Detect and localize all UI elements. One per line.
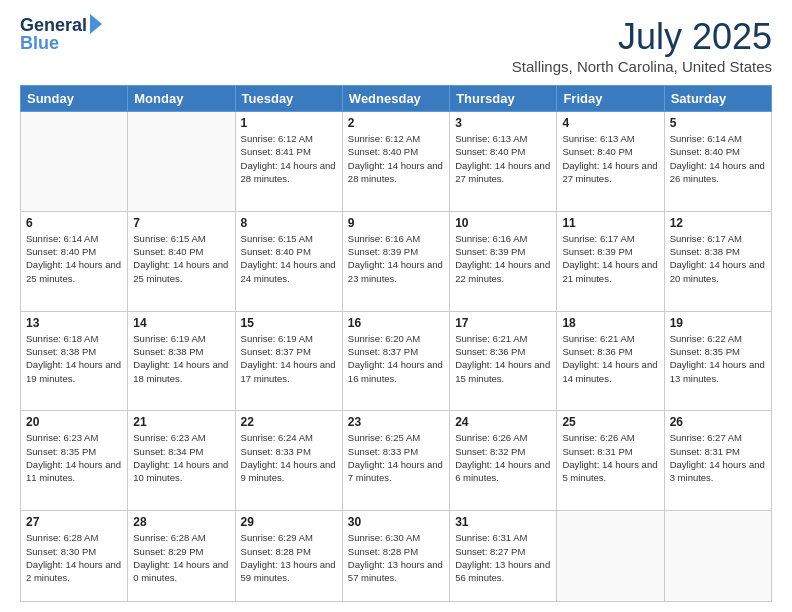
weekday-header-saturday: Saturday — [664, 86, 771, 112]
calendar-cell: 29Sunrise: 6:29 AM Sunset: 8:28 PM Dayli… — [235, 511, 342, 602]
calendar-cell: 28Sunrise: 6:28 AM Sunset: 8:29 PM Dayli… — [128, 511, 235, 602]
day-number: 20 — [26, 415, 122, 429]
calendar-cell: 5Sunrise: 6:14 AM Sunset: 8:40 PM Daylig… — [664, 112, 771, 212]
calendar-cell: 3Sunrise: 6:13 AM Sunset: 8:40 PM Daylig… — [450, 112, 557, 212]
logo-triangle-icon — [90, 14, 102, 34]
calendar-cell: 20Sunrise: 6:23 AM Sunset: 8:35 PM Dayli… — [21, 411, 128, 511]
calendar-cell: 27Sunrise: 6:28 AM Sunset: 8:30 PM Dayli… — [21, 511, 128, 602]
calendar-cell — [664, 511, 771, 602]
day-number: 21 — [133, 415, 229, 429]
day-number: 27 — [26, 515, 122, 529]
day-number: 3 — [455, 116, 551, 130]
day-info: Sunrise: 6:28 AM Sunset: 8:30 PM Dayligh… — [26, 531, 122, 584]
day-number: 25 — [562, 415, 658, 429]
calendar-cell: 22Sunrise: 6:24 AM Sunset: 8:33 PM Dayli… — [235, 411, 342, 511]
calendar-cell: 14Sunrise: 6:19 AM Sunset: 8:38 PM Dayli… — [128, 311, 235, 411]
calendar-cell: 26Sunrise: 6:27 AM Sunset: 8:31 PM Dayli… — [664, 411, 771, 511]
weekday-header-monday: Monday — [128, 86, 235, 112]
page: General Blue July 2025 Stallings, North … — [0, 0, 792, 612]
calendar-cell: 8Sunrise: 6:15 AM Sunset: 8:40 PM Daylig… — [235, 211, 342, 311]
calendar-week-row: 13Sunrise: 6:18 AM Sunset: 8:38 PM Dayli… — [21, 311, 772, 411]
day-info: Sunrise: 6:13 AM Sunset: 8:40 PM Dayligh… — [455, 132, 551, 185]
location-subtitle: Stallings, North Carolina, United States — [512, 58, 772, 75]
day-info: Sunrise: 6:16 AM Sunset: 8:39 PM Dayligh… — [348, 232, 444, 285]
day-info: Sunrise: 6:19 AM Sunset: 8:38 PM Dayligh… — [133, 332, 229, 385]
day-number: 28 — [133, 515, 229, 529]
calendar-cell: 21Sunrise: 6:23 AM Sunset: 8:34 PM Dayli… — [128, 411, 235, 511]
day-info: Sunrise: 6:16 AM Sunset: 8:39 PM Dayligh… — [455, 232, 551, 285]
day-number: 14 — [133, 316, 229, 330]
day-number: 11 — [562, 216, 658, 230]
calendar-week-row: 20Sunrise: 6:23 AM Sunset: 8:35 PM Dayli… — [21, 411, 772, 511]
calendar-cell — [128, 112, 235, 212]
day-number: 15 — [241, 316, 337, 330]
day-info: Sunrise: 6:12 AM Sunset: 8:41 PM Dayligh… — [241, 132, 337, 185]
day-number: 10 — [455, 216, 551, 230]
day-info: Sunrise: 6:28 AM Sunset: 8:29 PM Dayligh… — [133, 531, 229, 584]
day-info: Sunrise: 6:14 AM Sunset: 8:40 PM Dayligh… — [26, 232, 122, 285]
day-info: Sunrise: 6:30 AM Sunset: 8:28 PM Dayligh… — [348, 531, 444, 584]
day-info: Sunrise: 6:18 AM Sunset: 8:38 PM Dayligh… — [26, 332, 122, 385]
day-number: 18 — [562, 316, 658, 330]
calendar-cell: 25Sunrise: 6:26 AM Sunset: 8:31 PM Dayli… — [557, 411, 664, 511]
calendar-cell — [21, 112, 128, 212]
calendar-cell: 6Sunrise: 6:14 AM Sunset: 8:40 PM Daylig… — [21, 211, 128, 311]
day-number: 1 — [241, 116, 337, 130]
day-number: 29 — [241, 515, 337, 529]
day-number: 4 — [562, 116, 658, 130]
day-info: Sunrise: 6:21 AM Sunset: 8:36 PM Dayligh… — [455, 332, 551, 385]
weekday-header-thursday: Thursday — [450, 86, 557, 112]
calendar-cell — [557, 511, 664, 602]
calendar-table: SundayMondayTuesdayWednesdayThursdayFrid… — [20, 85, 772, 602]
day-info: Sunrise: 6:22 AM Sunset: 8:35 PM Dayligh… — [670, 332, 766, 385]
day-number: 7 — [133, 216, 229, 230]
header: General Blue July 2025 Stallings, North … — [20, 16, 772, 75]
day-info: Sunrise: 6:13 AM Sunset: 8:40 PM Dayligh… — [562, 132, 658, 185]
calendar-cell: 16Sunrise: 6:20 AM Sunset: 8:37 PM Dayli… — [342, 311, 449, 411]
day-info: Sunrise: 6:23 AM Sunset: 8:34 PM Dayligh… — [133, 431, 229, 484]
day-number: 31 — [455, 515, 551, 529]
day-info: Sunrise: 6:17 AM Sunset: 8:38 PM Dayligh… — [670, 232, 766, 285]
day-number: 6 — [26, 216, 122, 230]
day-number: 5 — [670, 116, 766, 130]
day-number: 23 — [348, 415, 444, 429]
day-info: Sunrise: 6:29 AM Sunset: 8:28 PM Dayligh… — [241, 531, 337, 584]
day-number: 2 — [348, 116, 444, 130]
weekday-header-tuesday: Tuesday — [235, 86, 342, 112]
day-number: 30 — [348, 515, 444, 529]
calendar-cell: 15Sunrise: 6:19 AM Sunset: 8:37 PM Dayli… — [235, 311, 342, 411]
calendar-cell: 24Sunrise: 6:26 AM Sunset: 8:32 PM Dayli… — [450, 411, 557, 511]
day-info: Sunrise: 6:26 AM Sunset: 8:32 PM Dayligh… — [455, 431, 551, 484]
calendar-cell: 10Sunrise: 6:16 AM Sunset: 8:39 PM Dayli… — [450, 211, 557, 311]
calendar-cell: 18Sunrise: 6:21 AM Sunset: 8:36 PM Dayli… — [557, 311, 664, 411]
day-number: 26 — [670, 415, 766, 429]
calendar-cell: 7Sunrise: 6:15 AM Sunset: 8:40 PM Daylig… — [128, 211, 235, 311]
month-title: July 2025 — [512, 16, 772, 58]
weekday-header-sunday: Sunday — [21, 86, 128, 112]
day-info: Sunrise: 6:21 AM Sunset: 8:36 PM Dayligh… — [562, 332, 658, 385]
day-info: Sunrise: 6:24 AM Sunset: 8:33 PM Dayligh… — [241, 431, 337, 484]
calendar-cell: 4Sunrise: 6:13 AM Sunset: 8:40 PM Daylig… — [557, 112, 664, 212]
calendar-cell: 17Sunrise: 6:21 AM Sunset: 8:36 PM Dayli… — [450, 311, 557, 411]
day-info: Sunrise: 6:17 AM Sunset: 8:39 PM Dayligh… — [562, 232, 658, 285]
calendar-cell: 11Sunrise: 6:17 AM Sunset: 8:39 PM Dayli… — [557, 211, 664, 311]
day-info: Sunrise: 6:25 AM Sunset: 8:33 PM Dayligh… — [348, 431, 444, 484]
day-number: 22 — [241, 415, 337, 429]
calendar-week-row: 6Sunrise: 6:14 AM Sunset: 8:40 PM Daylig… — [21, 211, 772, 311]
day-number: 8 — [241, 216, 337, 230]
day-info: Sunrise: 6:14 AM Sunset: 8:40 PM Dayligh… — [670, 132, 766, 185]
calendar-header-row: SundayMondayTuesdayWednesdayThursdayFrid… — [21, 86, 772, 112]
logo-blue: Blue — [20, 34, 102, 54]
day-info: Sunrise: 6:12 AM Sunset: 8:40 PM Dayligh… — [348, 132, 444, 185]
day-number: 17 — [455, 316, 551, 330]
day-number: 13 — [26, 316, 122, 330]
day-info: Sunrise: 6:31 AM Sunset: 8:27 PM Dayligh… — [455, 531, 551, 584]
calendar-week-row: 1Sunrise: 6:12 AM Sunset: 8:41 PM Daylig… — [21, 112, 772, 212]
weekday-header-wednesday: Wednesday — [342, 86, 449, 112]
calendar-week-row: 27Sunrise: 6:28 AM Sunset: 8:30 PM Dayli… — [21, 511, 772, 602]
day-info: Sunrise: 6:15 AM Sunset: 8:40 PM Dayligh… — [241, 232, 337, 285]
calendar-cell: 9Sunrise: 6:16 AM Sunset: 8:39 PM Daylig… — [342, 211, 449, 311]
day-info: Sunrise: 6:15 AM Sunset: 8:40 PM Dayligh… — [133, 232, 229, 285]
day-number: 19 — [670, 316, 766, 330]
calendar-cell: 31Sunrise: 6:31 AM Sunset: 8:27 PM Dayli… — [450, 511, 557, 602]
